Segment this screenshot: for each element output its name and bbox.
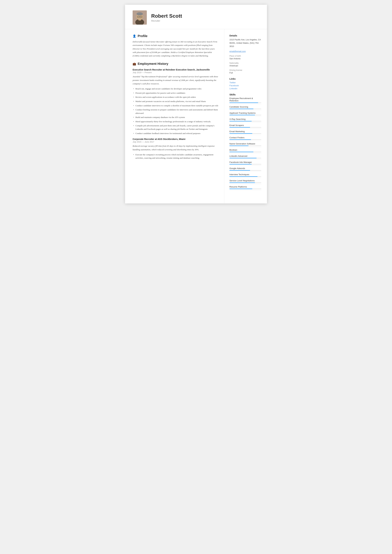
job-bullets-2: Execute the company's recruiting process…	[133, 153, 218, 160]
skill-bar-fill	[229, 127, 250, 128]
links-section-title: Links	[229, 77, 261, 80]
skill-item: X-Ray Searching	[229, 118, 261, 123]
skill-item: Email Marketing	[229, 130, 261, 135]
skill-bar-track	[229, 182, 261, 183]
bullet-item: Compile job advertisements and post them…	[133, 124, 218, 131]
place-of-birth-value: San Antonio	[229, 57, 261, 60]
svg-point-8	[136, 16, 137, 18]
skill-divider	[229, 147, 261, 147]
job-bullets-1: Reach out, engage and secure candidates …	[133, 87, 218, 135]
skill-divider	[229, 116, 261, 116]
right-column: Details 1515 Pacific Ave, Los Angeles, C…	[224, 29, 267, 203]
skill-name: Resume Platforms	[229, 186, 261, 188]
skill-item: Contact Finders	[229, 136, 261, 141]
skill-name: Email Scrapers	[229, 124, 261, 126]
profile-section-title: 👤 Profile	[133, 34, 218, 38]
skill-item: Email Scrapers	[229, 124, 261, 129]
bullet-item: Present job opportunities for passive an…	[133, 91, 218, 95]
skill-bar-track	[229, 127, 261, 128]
bullet-item: Conduct candidate interviews to compile …	[133, 104, 218, 107]
details-address: 1515 Pacific Ave, Los Angeles, CA 90291,…	[229, 38, 261, 48]
skill-bar-track	[229, 109, 261, 109]
skill-bar-track	[229, 170, 261, 171]
skill-bar-fill	[229, 170, 250, 171]
skill-name: Contact Finders	[229, 136, 261, 139]
job-dates-1: July 2019 — Present	[133, 71, 218, 74]
skill-bar-fill	[229, 146, 249, 146]
skill-divider	[229, 190, 261, 190]
job-summary-1: Awarded "Top Recruitment Professional" a…	[133, 75, 218, 85]
profile-text: Deliverable focused Senior Recruiter off…	[133, 40, 218, 57]
resume-header: Robert Scott Recruiter	[125, 5, 267, 29]
nationality-label: Nationality	[229, 62, 261, 64]
employment-icon: 💼	[133, 62, 136, 66]
skill-divider	[229, 178, 261, 178]
link-twitter[interactable]: Twitter	[229, 81, 261, 84]
link-linkedin[interactable]: Linkedin	[229, 87, 261, 90]
skill-item: Google Adwords	[229, 167, 261, 172]
skill-name: Email Marketing	[229, 130, 261, 133]
job-item: Corporate Recruiter at AGS Stockbrokers,…	[133, 138, 218, 160]
candidate-name: Robert Scott	[151, 13, 182, 19]
skill-bar-track	[229, 146, 261, 146]
link-facebook[interactable]: Facebook	[229, 84, 261, 87]
skill-divider	[229, 141, 261, 141]
avatar	[133, 10, 147, 25]
job-dates-2: July 2015 — June 2017	[133, 141, 218, 143]
skill-divider	[229, 128, 261, 129]
skill-name: Interview Techniques	[229, 173, 261, 176]
links-list: Twitter Facebook Linkedin	[229, 81, 261, 90]
skill-bar-track	[229, 140, 261, 140]
bullet-item: Execute the company's recruiting process…	[133, 153, 218, 160]
skill-item: Resume Platforms	[229, 186, 261, 190]
skill-bar-fill	[229, 133, 252, 134]
skill-bar-fill	[229, 140, 251, 140]
place-of-birth-label: Place of birth	[229, 55, 261, 57]
skills-list: Employee Recruitment & Retention Candida…	[229, 97, 261, 190]
nationality-value: American	[229, 64, 261, 67]
job-item: Executive Search Recruiter at Reindeer E…	[133, 69, 218, 135]
skill-name: X-Ray Searching	[229, 118, 261, 120]
skill-bar-track	[229, 115, 261, 115]
skill-divider	[229, 153, 261, 153]
skill-bar-fill	[229, 189, 252, 189]
skill-item: Interview Techniques	[229, 173, 261, 178]
main-content: 👤 Profile Deliverable focused Senior Rec…	[125, 29, 267, 203]
skill-divider	[229, 135, 261, 135]
bullet-item: Reach out, engage and secure candidates …	[133, 87, 218, 91]
skill-bar-fill	[229, 115, 255, 115]
bullet-item: Conduct candidate feedback interviews fo…	[133, 132, 218, 135]
skill-item: Service Level Negotiations	[229, 179, 261, 184]
skills-section-title: Skills	[229, 93, 261, 96]
job-title-2: Corporate Recruiter at AGS Stockbrokers,…	[133, 138, 218, 140]
skill-bar-track	[229, 189, 261, 189]
skill-name: Candidate Sourcing	[229, 106, 261, 108]
skill-bar-track	[229, 152, 261, 152]
skill-item: Name Generation Software	[229, 143, 261, 147]
skill-item: Employee Recruitment & Retention	[229, 97, 261, 104]
job-summary-2: Reduced average vacancy fill time from 6…	[133, 144, 218, 151]
skill-bar-track	[229, 103, 261, 103]
job-title-1: Executive Search Recruiter at Reindeer E…	[133, 69, 218, 71]
bullet-item: Hired approximately thirty-five technolo…	[133, 120, 218, 123]
profile-label: Profile	[138, 34, 147, 38]
skill-bar-fill	[229, 158, 257, 158]
employment-label: Employment History	[138, 62, 168, 66]
employment-section-title: 💼 Employment History	[133, 62, 218, 66]
bullet-item: Market and promote vacancies on social m…	[133, 100, 218, 103]
bullet-item: Conduct briefing sessions to prepare can…	[133, 108, 218, 115]
details-email[interactable]: email@email.com	[229, 50, 246, 53]
skill-bar-track	[229, 164, 261, 164]
skill-name: Facebook Ads Manager	[229, 161, 261, 163]
skill-name: Boolean	[229, 149, 261, 151]
svg-point-9	[142, 16, 143, 18]
bullet-item: Review and screen applications in accord…	[133, 95, 218, 99]
details-section-title: Details	[229, 34, 261, 37]
skill-item: Linkedin Advanced	[229, 155, 261, 159]
skill-divider	[229, 110, 261, 110]
skill-bar-track	[229, 121, 261, 121]
skill-name: Linkedin Advanced	[229, 155, 261, 157]
skill-bar-fill	[229, 152, 253, 152]
profile-icon: 👤	[133, 34, 136, 38]
skill-bar-fill	[229, 164, 252, 164]
